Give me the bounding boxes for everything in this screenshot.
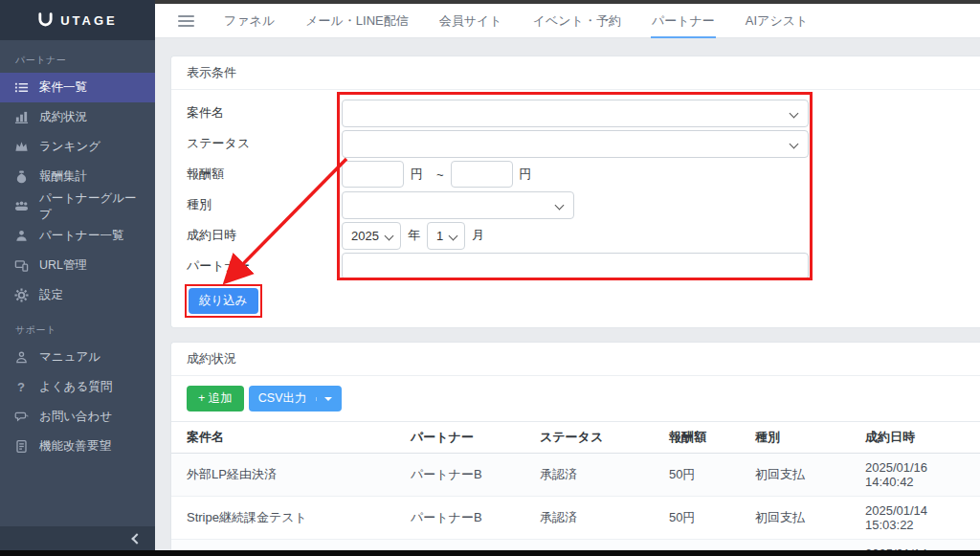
sidebar-item-label: よくある質問: [39, 379, 112, 395]
brand-name: UTAGE: [60, 13, 118, 28]
user-group-icon: [13, 199, 29, 214]
year-select[interactable]: 2025: [342, 222, 401, 250]
table-row: Stripe継続課金テスト パートナーB 承認済 50円 初回支払 2025/0…: [171, 497, 980, 540]
filter-row-partner: パートナー: [171, 251, 980, 281]
sidebar-section-support: サポート: [0, 310, 155, 343]
sidebar-item-url-management[interactable]: URL管理: [0, 251, 155, 280]
reward-max-input[interactable]: [451, 161, 513, 188]
sidebar-section-partner: パートナー: [0, 40, 155, 73]
chevron-down-icon: [790, 139, 799, 148]
cell-contract-date: 2025/01/16 14:40:42: [865, 454, 980, 497]
sidebar: UTAGE パートナー 案件一覧 成約状況 ランキング 報酬集計 パートナーグル…: [0, 0, 155, 556]
partner-input[interactable]: [342, 253, 809, 279]
table-header-row: 案件名 パートナー ステータス 報酬額 種別 成約日時: [171, 422, 980, 454]
sidebar-collapse-bar[interactable]: [0, 526, 155, 551]
month-suffix-label: 月: [472, 227, 484, 244]
crown-icon: [13, 140, 29, 155]
sidebar-item-label: 成約状況: [39, 109, 87, 125]
sidebar-item-label: パートナー一覧: [39, 228, 123, 244]
main-area: ファネル メール・LINE配信 会員サイト イベント・予約 パートナー AIアシ…: [155, 0, 980, 556]
sidebar-item-partner-list[interactable]: パートナー一覧: [0, 221, 155, 251]
status-select[interactable]: [342, 130, 809, 158]
month-select[interactable]: 1: [427, 222, 465, 250]
bar-chart-icon: [13, 110, 29, 125]
col-header-reward: 報酬額: [669, 422, 755, 454]
sidebar-item-label: パートナーグループ: [39, 190, 142, 223]
sidebar-item-case-list[interactable]: 案件一覧: [0, 73, 155, 102]
submit-button-highlight-box: 絞り込み: [185, 284, 262, 318]
sidebar-item-settings[interactable]: 設定: [0, 280, 155, 310]
sidebar-item-partner-group[interactable]: パートナーグループ: [0, 191, 155, 221]
sidebar-item-label: 報酬集計: [39, 168, 87, 185]
filter-submit-button[interactable]: 絞り込み: [189, 288, 258, 314]
brand-logo[interactable]: UTAGE: [0, 0, 155, 40]
tab-funnel[interactable]: ファネル: [223, 4, 276, 38]
filter-form: 案件名 ステータス 報酬額 円 ~ 円 種別: [171, 90, 980, 327]
cell-contract-date: 2025/01/14 15:03:22: [865, 497, 980, 540]
col-header-contract-date: 成約日時: [865, 422, 980, 454]
filter-card: 表示条件 案件名 ステータス 報酬額 円 ~ 円: [170, 56, 980, 328]
tab-partner[interactable]: パートナー: [651, 4, 716, 38]
gear-icon: [13, 288, 29, 303]
sidebar-item-label: ランキング: [39, 139, 100, 155]
reward-unit-label: 円: [520, 166, 532, 183]
partner-label: パートナー: [187, 257, 342, 275]
case-name-label: 案件名: [187, 104, 342, 122]
results-table: 案件名 パートナー ステータス 報酬額 種別 成約日時 外部LP経由決済 パート…: [171, 421, 980, 556]
reward-unit-label: 円: [411, 166, 423, 183]
csv-export-label: CSV出力: [258, 390, 307, 407]
top-navigation: ファネル メール・LINE配信 会員サイト イベント・予約 パートナー AIアシ…: [155, 4, 980, 38]
reward-tilde-label: ~: [436, 167, 444, 182]
cell-partner: パートナーB: [411, 497, 540, 540]
chevron-down-icon: [449, 231, 458, 240]
plus-icon: +: [198, 391, 205, 405]
results-card: 成約状況 + 追加 CSV出力 案件名 パートナー ステータス 報酬額 種別: [170, 342, 980, 556]
sidebar-item-ranking[interactable]: ランキング: [0, 132, 155, 162]
collapse-left-icon: [131, 533, 142, 544]
results-toolbar: + 追加 CSV出力: [171, 376, 980, 421]
sidebar-item-label: マニュアル: [39, 349, 100, 366]
sidebar-item-feature-request[interactable]: 機能改善要望: [0, 432, 155, 461]
content-area: 表示条件 案件名 ステータス 報酬額 円 ~ 円: [155, 38, 980, 556]
csv-export-button[interactable]: CSV出力: [249, 386, 342, 411]
cell-case-name: Stripe継続課金テスト: [171, 497, 411, 540]
case-name-select[interactable]: [342, 100, 809, 127]
add-button[interactable]: + 追加: [187, 386, 244, 411]
filter-row-reward: 報酬額 円 ~ 円: [171, 159, 980, 189]
cell-partner: パートナーB: [411, 454, 540, 497]
tab-member-site[interactable]: 会員サイト: [438, 4, 503, 38]
tab-event-booking[interactable]: イベント・予約: [532, 4, 622, 38]
sidebar-item-manual[interactable]: マニュアル: [0, 343, 155, 372]
cell-reward: 50円: [669, 454, 755, 497]
user-icon: [13, 229, 29, 244]
year-value: 2025: [351, 229, 379, 243]
sidebar-item-label: 設定: [39, 287, 63, 303]
utage-u-icon: [37, 12, 54, 28]
list-icon: [13, 80, 29, 96]
col-header-type: 種別: [755, 422, 865, 454]
filter-card-title: 表示条件: [171, 56, 980, 90]
col-header-case-name: 案件名: [171, 422, 411, 454]
manual-person-icon: [13, 350, 29, 366]
tab-ai-assist[interactable]: AIアシスト: [745, 4, 810, 38]
hamburger-menu-icon[interactable]: [178, 15, 194, 27]
sidebar-item-label: 機能改善要望: [39, 438, 111, 455]
csv-dropdown-toggle[interactable]: [316, 397, 332, 401]
chat-icon: [13, 410, 29, 425]
sidebar-item-reward-summary[interactable]: 報酬集計: [0, 162, 155, 191]
caret-down-icon: [324, 397, 332, 401]
reward-min-input[interactable]: [342, 161, 404, 188]
chevron-down-icon: [790, 108, 799, 118]
sidebar-item-faq[interactable]: ? よくある質問: [0, 372, 155, 402]
type-select[interactable]: [342, 191, 574, 219]
tab-mail-line[interactable]: メール・LINE配信: [304, 4, 410, 38]
sidebar-item-label: お問い合わせ: [39, 409, 112, 425]
filter-row-status: ステータス: [171, 128, 980, 159]
results-card-title: 成約状況: [171, 343, 980, 376]
filter-row-case-name: 案件名: [171, 98, 980, 128]
cell-status: 承認済: [540, 454, 669, 497]
sidebar-item-label: 案件一覧: [39, 79, 87, 96]
sidebar-item-contract-status[interactable]: 成約状況: [0, 102, 155, 132]
sidebar-item-contact[interactable]: お問い合わせ: [0, 402, 155, 432]
chevron-down-icon: [555, 200, 565, 210]
